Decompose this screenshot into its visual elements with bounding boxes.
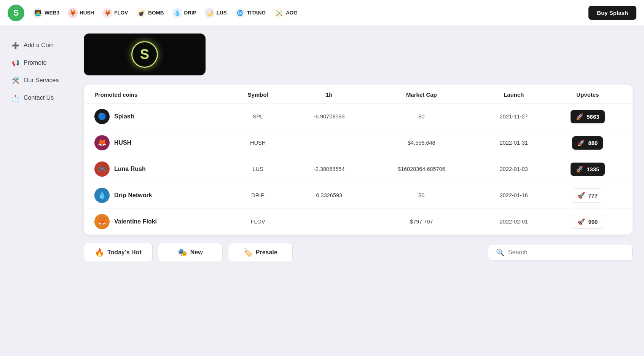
- coin-change-1h: -2.38068554: [290, 166, 369, 172]
- coin-market-cap: $797,707: [369, 219, 474, 225]
- coin-name: HUSH: [114, 139, 131, 146]
- table-row[interactable]: 🦊 HUSH HUSH $4,556,648 2022-01-31 🚀 880: [84, 130, 633, 156]
- sidebar-icon: 📢: [11, 59, 20, 67]
- nav-coin-icon: 🦊: [68, 8, 78, 18]
- nav-coin-aog[interactable]: ⚔️AOG: [271, 6, 301, 19]
- upvote-button[interactable]: 🚀 990: [572, 215, 603, 229]
- search-input[interactable]: [508, 249, 625, 256]
- nav-coin-flov[interactable]: 🦊FLOV: [99, 6, 131, 19]
- sidebar-label: Our Services: [24, 77, 59, 84]
- coin-symbol: LUS: [226, 166, 290, 172]
- coin-launch: 2022-01-03: [474, 166, 553, 172]
- nav-coin-label: BOMB: [148, 10, 164, 16]
- nav-coin-label: AOG: [286, 10, 298, 16]
- sidebar-label: Promote: [24, 59, 46, 66]
- footer-btn-icon: 🔥: [95, 248, 104, 257]
- coin-market-cap: $4,556,648: [369, 140, 474, 146]
- upvote-count: 1335: [587, 166, 599, 172]
- coin-name: Luna Rush: [114, 166, 146, 172]
- coin-upvotes-cell: 🚀 5663: [553, 110, 622, 123]
- coin-market-cap: $0: [369, 192, 474, 198]
- footer-btn-label: New: [190, 249, 203, 256]
- nav-coin-icon: 🧑‍💻: [33, 8, 43, 18]
- upvote-button[interactable]: 🚀 1335: [571, 163, 604, 176]
- header: S 🧑‍💻WEB3🦊HUSH🦊FLOV💣BOMB💧DRIP🌙LUS🌀TITANO…: [0, 0, 644, 26]
- nav-coin-icon: 💧: [172, 8, 182, 18]
- nav-coin-lus[interactable]: 🌙LUS: [202, 6, 230, 19]
- coin-launch: 2021-11-27: [474, 113, 553, 120]
- table-header-promoted-coins: Promoted coins: [94, 91, 226, 98]
- coin-name-cell: 🦊 HUSH: [94, 135, 226, 150]
- sidebar-item-add-a-coin[interactable]: ➕Add a Coin: [7, 37, 76, 53]
- buy-splash-button[interactable]: Buy Splash: [588, 6, 636, 20]
- sidebar-item-contact-us[interactable]: 📩Contact Us: [7, 90, 76, 106]
- nav-coin-icon: ⚔️: [274, 8, 284, 18]
- table-row[interactable]: 💧 Drip Network DRIP 0.3326593 $0 2022-01…: [84, 182, 633, 209]
- rocket-icon: 🚀: [577, 139, 585, 147]
- coin-name-cell: 🎮 Luna Rush: [94, 161, 226, 177]
- upvote-button[interactable]: 🚀 880: [572, 136, 603, 150]
- sidebar-label: Contact Us: [24, 94, 54, 101]
- sidebar-item-our-services[interactable]: 🛠️Our Services: [7, 72, 76, 88]
- upvote-button[interactable]: 🚀 777: [572, 188, 603, 203]
- table-row[interactable]: 🎮 Luna Rush LUS -2.38068554 $16028364.68…: [84, 156, 633, 182]
- coin-name: Valentine Floki: [114, 218, 157, 225]
- coin-upvotes-cell: 🚀 1335: [553, 163, 622, 176]
- coins-table: Promoted coinsSymbol1hMarket CapLaunchUp…: [84, 85, 633, 235]
- nav-coin-label: FLOV: [114, 10, 128, 16]
- coin-avatar: 🦊: [94, 135, 110, 150]
- main-content: S Promoted coinsSymbol1hMarket CapLaunch…: [76, 26, 644, 356]
- coin-change-1h: 0.3326593: [290, 192, 369, 198]
- nav-coin-icon: 🦊: [102, 8, 112, 18]
- coin-avatar: 🔵: [94, 109, 110, 124]
- coin-avatar: 💧: [94, 188, 110, 203]
- sidebar-icon: 📩: [11, 94, 20, 102]
- coin-avatar: 🦊: [94, 214, 110, 229]
- footer-btn-new[interactable]: 🎭New: [158, 243, 223, 262]
- footer-btn-today's-hot[interactable]: 🔥Today's Hot: [84, 243, 153, 262]
- coin-name-cell: 🔵 Splash: [94, 109, 226, 124]
- sidebar-label: Add a Coin: [24, 42, 54, 49]
- coin-upvotes-cell: 🚀 990: [553, 215, 622, 229]
- coin-symbol: DRIP: [226, 192, 290, 198]
- coin-market-cap: $16028364.685706: [369, 166, 474, 172]
- coin-symbol: FLOV: [226, 219, 290, 225]
- nav-coin-label: LUS: [217, 10, 227, 16]
- app-logo[interactable]: S: [8, 5, 24, 21]
- nav-coin-icon: 🌙: [205, 8, 215, 18]
- table-header-upvotes: Upvotes: [553, 91, 622, 98]
- page-layout: ➕Add a Coin📢Promote🛠️Our Services📩Contac…: [0, 26, 644, 356]
- nav-coin-hush[interactable]: 🦊HUSH: [65, 6, 97, 19]
- nav-coin-titano[interactable]: 🌀TITANO: [232, 6, 269, 19]
- table-row[interactable]: 🔵 Splash SPL -6.90708593 $0 2021-11-27 🚀…: [84, 104, 633, 130]
- rocket-icon: 🚀: [577, 192, 585, 199]
- banner-logo: S: [131, 41, 158, 68]
- nav-coin-icon: 🌀: [235, 8, 245, 18]
- nav-coin-drip[interactable]: 💧DRIP: [169, 6, 199, 19]
- nav-coin-icon: 💣: [136, 8, 146, 18]
- footer-nav: 🔥Today's Hot🎭New🏷️Presale 🔍: [84, 243, 633, 262]
- table-header-symbol: Symbol: [226, 91, 290, 98]
- nav-coin-bomb[interactable]: 💣BOMB: [133, 6, 167, 19]
- coin-launch: 2022-01-31: [474, 140, 553, 146]
- footer-btn-presale[interactable]: 🏷️Presale: [228, 243, 293, 262]
- upvote-button[interactable]: 🚀 5663: [571, 110, 604, 123]
- coin-avatar: 🎮: [94, 161, 110, 177]
- nav-coins: 🧑‍💻WEB3🦊HUSH🦊FLOV💣BOMB💧DRIP🌙LUS🌀TITANO⚔️…: [30, 6, 588, 19]
- coin-symbol: HUSH: [226, 140, 290, 146]
- upvote-count: 5663: [587, 113, 599, 120]
- sidebar-item-promote[interactable]: 📢Promote: [7, 55, 76, 71]
- table-header-launch: Launch: [474, 91, 553, 98]
- rocket-icon: 🚀: [577, 218, 585, 225]
- banner: S: [84, 34, 206, 75]
- coin-change-1h: -6.90708593: [290, 113, 369, 120]
- coin-launch: 2022-01-16: [474, 192, 553, 198]
- table-row[interactable]: 🦊 Valentine Floki FLOV $797,707 2022-02-…: [84, 209, 633, 235]
- rocket-icon: 🚀: [576, 166, 583, 173]
- nav-coin-web3[interactable]: 🧑‍💻WEB3: [30, 6, 62, 19]
- coin-name-cell: 🦊 Valentine Floki: [94, 214, 226, 229]
- upvote-count: 880: [588, 140, 598, 146]
- coin-upvotes-cell: 🚀 777: [553, 188, 622, 203]
- coin-name: Splash: [114, 113, 134, 120]
- sidebar: ➕Add a Coin📢Promote🛠️Our Services📩Contac…: [0, 26, 76, 356]
